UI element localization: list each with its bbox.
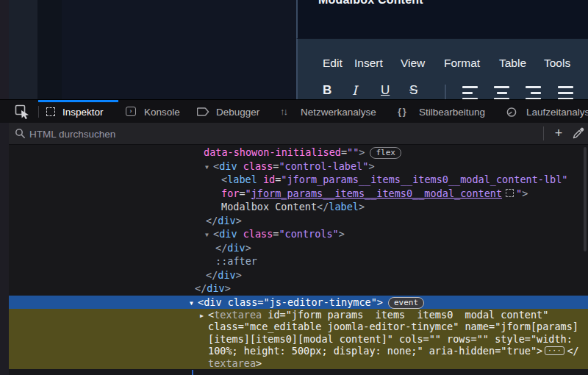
markup-token: >: [245, 242, 251, 254]
row-label-for-attr[interactable]: for="jform_params__items__items0__modal_…: [9, 187, 588, 201]
markup-token: div: [218, 215, 235, 226]
align-center-icon[interactable]: [494, 86, 509, 99]
markup-token: class: [243, 160, 273, 172]
console-icon[interactable]: ›: [126, 107, 136, 116]
menu-view[interactable]: View: [401, 57, 425, 70]
row-div-controls[interactable]: ▼<div class="controls">: [9, 227, 588, 241]
markup-token: =: [239, 188, 245, 199]
toolbar-separator: [38, 106, 39, 118]
page-left-strip: [0, 0, 9, 99]
page-sidebar-divider: [37, 0, 62, 99]
row-close-control-label[interactable]: </div>: [9, 214, 588, 228]
row-control-group-attrs[interactable]: data-showon-initialised="">flex: [9, 146, 588, 160]
menu-edit[interactable]: Edit: [323, 57, 343, 70]
row-after-pseudo[interactable]: ::after: [9, 254, 588, 268]
markup-token: </: [195, 282, 207, 294]
performance-icon[interactable]: [506, 106, 517, 121]
markup-token: >: [236, 215, 242, 226]
row-js-editor-tinymce-selected[interactable]: ▼<div class="js-editor-tinymce">event: [9, 296, 588, 310]
menu-table[interactable]: Table: [499, 57, 526, 70]
markup-token: >: [225, 282, 231, 294]
row-textarea-line-1[interactable]: ▶<textarea id="jform_params__items__item…: [9, 309, 588, 321]
markup-token: label: [227, 174, 257, 185]
markup-token: id="jform_params__items__items0__modal_c…: [262, 309, 548, 321]
menu-format[interactable]: Format: [444, 57, 480, 70]
expand-arrow-icon[interactable]: ▶: [200, 310, 208, 321]
page-sidebar-strip: [9, 0, 37, 99]
tab-netzwerkanalyse[interactable]: Netzwerkanalyse: [301, 107, 376, 118]
markup-token: ": [245, 188, 251, 199]
row-close-div-outer[interactable]: </div>: [9, 282, 588, 296]
flex-badge[interactable]: flex: [370, 147, 401, 159]
node-picker-icon[interactable]: [506, 189, 514, 197]
tab-konsole[interactable]: Konsole: [144, 107, 180, 118]
tinymce-editor-panel: Modalbox Content Edit Insert View Format…: [296, 0, 588, 99]
markup-token: class: [243, 228, 273, 240]
devtools-toolbar: Inspektor › Konsole Debugger ↑↓ Netzwerk…: [0, 99, 588, 123]
row-label-open[interactable]: <label id="jform_params__items__items0__…: [9, 173, 588, 187]
align-left-icon[interactable]: [462, 86, 478, 99]
event-badge[interactable]: event: [388, 297, 424, 309]
selection-indent-guide: [192, 370, 193, 375]
row-textarea-line-4[interactable]: 100%; height: 500px; display: none;" ari…: [9, 345, 588, 357]
align-justify-icon[interactable]: [558, 86, 573, 99]
menu-insert[interactable]: Insert: [354, 57, 383, 70]
markup-token: div: [207, 282, 224, 294]
markup-token: >: [522, 188, 528, 199]
modal-field-label-area: Modalbox Content: [296, 0, 588, 38]
tab-inspektor[interactable]: Inspektor: [62, 107, 104, 118]
markup-token: </: [215, 242, 227, 254]
italic-button[interactable]: I: [352, 83, 357, 98]
style-editor-icon[interactable]: { }: [398, 106, 406, 117]
tab-stilbearbeitung[interactable]: Stilbearbeitung: [419, 107, 485, 118]
markup-token: [items][items0][modal_content]" cols="" …: [208, 333, 573, 345]
search-icon: [15, 128, 26, 142]
markup-token: "": [347, 146, 359, 158]
markup-token: "control-label": [279, 160, 368, 172]
markup-token: >: [236, 269, 242, 281]
row-close-controls[interactable]: </div>: [9, 241, 588, 255]
markup-token: [257, 174, 263, 185]
markup-token: >: [339, 228, 345, 240]
eyedropper-icon[interactable]: [572, 126, 585, 143]
tab-debugger[interactable]: Debugger: [216, 107, 259, 118]
tab-laufzeitanalyse[interactable]: Laufzeitanalys: [526, 107, 588, 118]
row-textarea-line-2[interactable]: class="mce_editable joomla-editor-tinymc…: [9, 321, 588, 332]
element-picker-icon[interactable]: [15, 104, 31, 119]
markup-token: textarea: [214, 309, 262, 321]
collapse-arrow-icon[interactable]: ▼: [205, 229, 213, 241]
debugger-icon[interactable]: [197, 107, 210, 120]
markup-token: [237, 160, 243, 172]
markup-token: "controls": [279, 228, 338, 240]
menu-tools[interactable]: Tools: [544, 57, 570, 70]
markup-token: label: [329, 201, 359, 213]
row-textarea-line-3[interactable]: [items][items0][modal_content]" cols="" …: [9, 333, 588, 345]
underline-button[interactable]: U: [381, 83, 390, 98]
markup-token: div: [218, 269, 235, 281]
bold-button[interactable]: B: [323, 83, 331, 98]
markup-token: div: [227, 242, 245, 254]
scrollbar-thumb[interactable]: [584, 147, 587, 251]
row-close-div[interactable]: </div>: [9, 268, 588, 282]
markup-token: >: [256, 357, 262, 369]
add-node-button[interactable]: +: [551, 124, 567, 142]
screenshot-root: Modalbox Content Edit Insert View Format…: [0, 0, 588, 375]
markup-token: div: [219, 160, 237, 172]
collapse-arrow-icon[interactable]: ▼: [205, 161, 213, 174]
markup-token: "jform_params__items__items0__modal_cont…: [281, 174, 567, 185]
network-icon[interactable]: ↑↓: [280, 106, 287, 117]
markup-token: ": [516, 188, 522, 199]
search-input[interactable]: [28, 126, 442, 142]
collapse-arrow-icon[interactable]: ▼: [190, 297, 198, 310]
row-textarea-close[interactable]: textarea>: [9, 357, 588, 369]
markup-token: for: [221, 188, 239, 199]
row-div-control-label[interactable]: ▼<div class="control-label">: [9, 160, 588, 174]
markup-token: </: [317, 201, 329, 213]
collapsed-text-badge[interactable]: ···: [545, 346, 564, 355]
row-label-text[interactable]: Modalbox Content</label>: [9, 200, 588, 214]
markup-token: </: [567, 345, 578, 357]
strikethrough-button[interactable]: S: [409, 83, 417, 98]
markup-token: id: [263, 174, 275, 185]
inspector-icon[interactable]: [46, 107, 55, 116]
align-right-icon[interactable]: [526, 86, 541, 99]
